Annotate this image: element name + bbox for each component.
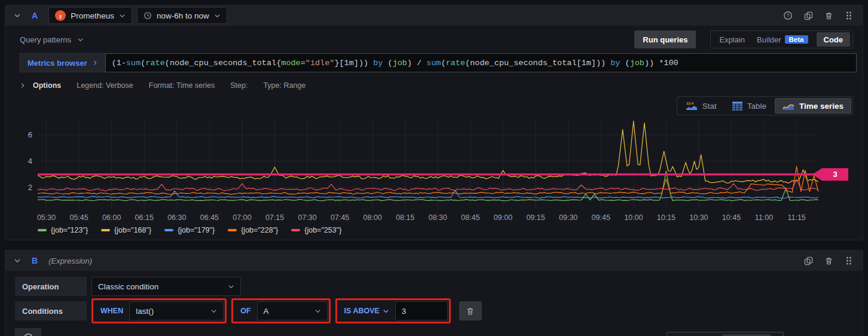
chevron-down-icon [119,13,126,19]
query-segment: (1- [112,59,126,68]
trash-icon [466,307,475,316]
chart-legend: {job="123"}{job="168"}{job="179"}{job="2… [38,224,857,236]
legend-item[interactable]: {job="123"} [38,226,88,234]
condition-when-highlight: WHEN last() [91,298,227,323]
duplicate-expression-button[interactable] [800,253,816,268]
query-segment: (node_cpu_seconds_total[1m])) [465,59,610,68]
plus-circle-icon [23,333,33,336]
query-segment: rate [145,59,164,68]
legend-item[interactable]: {job="179"} [164,226,215,234]
drag-handle-icon [845,256,853,265]
trash-icon [824,256,833,265]
builder-toggle[interactable]: Builder Beta [751,35,814,44]
of-label: OF [234,307,256,315]
svg-text:09:45: 09:45 [592,213,610,222]
run-queries-button[interactable]: Run queries [634,30,696,48]
query-toolbar-row: Query patterns Run queries Explain Build… [20,30,853,48]
legend-item[interactable]: {job="228"} [228,226,278,234]
datasource-picker[interactable]: Prometheus [48,7,132,24]
svg-text:06:00: 06:00 [102,213,121,222]
promql-query-input[interactable]: (1-sum(rate(node_cpu_seconds_total{mode=… [105,53,857,72]
reducer-select[interactable]: last() [129,301,224,320]
option-type: Type: Range [263,81,305,90]
collapse-panel-a-button[interactable] [11,10,23,22]
svg-text:4: 4 [28,157,32,166]
query-ref-select[interactable]: A [257,301,328,320]
duplicate-query-button[interactable] [800,8,816,23]
cutoff-panel [667,332,784,336]
collapse-panel-b-button[interactable] [11,255,23,267]
query-segment: job [630,59,644,68]
metrics-browser-button[interactable]: Metrics browser [20,53,105,72]
options-toggle[interactable]: Options [20,81,61,90]
drag-expression-handle[interactable] [841,253,857,268]
copy-icon [804,256,813,265]
operation-row: Operation Classic condition [15,277,853,296]
operation-select[interactable]: Classic condition [91,277,241,296]
editor-mode-toggle: Explain Builder Beta Code [710,30,853,48]
svg-text:6: 6 [28,130,32,139]
query-segment: ( [441,59,446,68]
svg-text:10:00: 10:00 [624,213,643,222]
chevron-down-icon [228,283,234,290]
query-panel-a: A Prometheus now-6h to now ? [5,5,863,240]
copy-icon [804,11,813,20]
conditions-label: Conditions [15,301,87,320]
threshold-input[interactable] [395,301,448,320]
chevron-down-icon [14,12,21,19]
prometheus-icon [55,10,66,21]
viz-tab-time-series[interactable]: Time series [775,98,851,114]
query-segment: job [393,59,407,68]
viz-tab-table[interactable]: Table [725,98,774,114]
svg-text:10:15: 10:15 [657,213,676,222]
flame-icon [57,12,64,19]
evaluator-select[interactable]: IS ABOVE [338,307,395,315]
delete-expression-button[interactable] [821,253,836,268]
query-ref-value: A [264,307,269,316]
legend-item[interactable]: {job="253"} [291,226,341,234]
query-panel-a-header: A Prometheus now-6h to now ? [5,5,863,26]
delete-query-button[interactable] [821,8,836,23]
query-segment: ( [620,59,629,68]
legend-series-label: {job="253"} [304,226,341,234]
operation-label: Operation [15,277,87,296]
add-condition-button[interactable] [15,328,41,336]
query-segment: by [373,59,383,68]
svg-text:11:15: 11:15 [787,213,805,222]
explain-toggle[interactable]: Explain [713,35,751,44]
expression-subtitle: (Expression) [48,256,92,265]
svg-text:05:45: 05:45 [69,213,88,222]
chevron-right-icon [20,83,26,88]
query-segment: = [301,59,305,68]
svg-text:08:30: 08:30 [429,213,447,222]
viz-tab-label: Stat [702,102,717,111]
legend-series-label: {job="123"} [51,226,88,234]
help-icon: ? [783,11,793,20]
query-segment: sum [426,59,441,68]
stat-icon: 12.4 [686,101,698,111]
option-legend: Legend: Verbose [77,81,133,90]
viz-tab-stat[interactable]: 12.4 Stat [678,98,724,114]
chevron-down-icon [210,308,217,314]
svg-text:09:00: 09:00 [494,213,512,222]
svg-text:08:15: 08:15 [396,213,414,222]
svg-text:3: 3 [833,170,837,179]
svg-text:06:15: 06:15 [135,213,154,222]
help-button[interactable]: ? [780,8,796,23]
query-segment: by [610,59,620,68]
metrics-browser-label: Metrics browser [27,59,87,68]
svg-text:07:30: 07:30 [298,213,316,222]
table-icon [732,102,742,111]
query-segment: }[1m])) [334,59,373,68]
code-toggle[interactable]: Code [817,32,851,47]
drag-query-handle[interactable] [841,8,857,23]
query-patterns-dropdown[interactable]: Query patterns [20,35,84,44]
delete-condition-button[interactable] [459,301,482,320]
legend-item[interactable]: {job="168"} [101,226,151,234]
time-series-chart: 05:3005:4506:0006:1506:3006:4507:0007:15… [20,117,854,223]
query-segment: "idle" [305,59,335,68]
trash-icon [824,11,833,20]
chevron-right-icon [92,60,98,66]
option-format: Format: Time series [149,81,215,90]
time-range-picker[interactable]: now-6h to now [137,7,227,24]
